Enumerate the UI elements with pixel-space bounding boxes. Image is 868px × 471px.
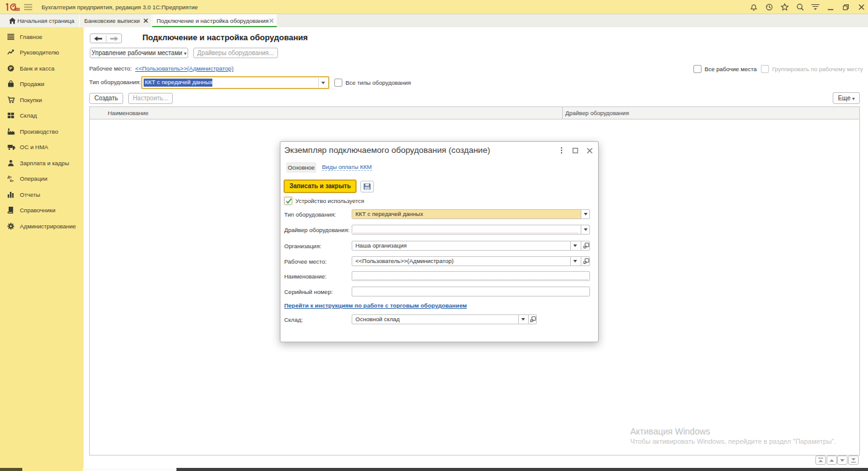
svg-text:Кт: Кт bbox=[10, 179, 14, 183]
svg-text:Р: Р bbox=[9, 66, 12, 71]
